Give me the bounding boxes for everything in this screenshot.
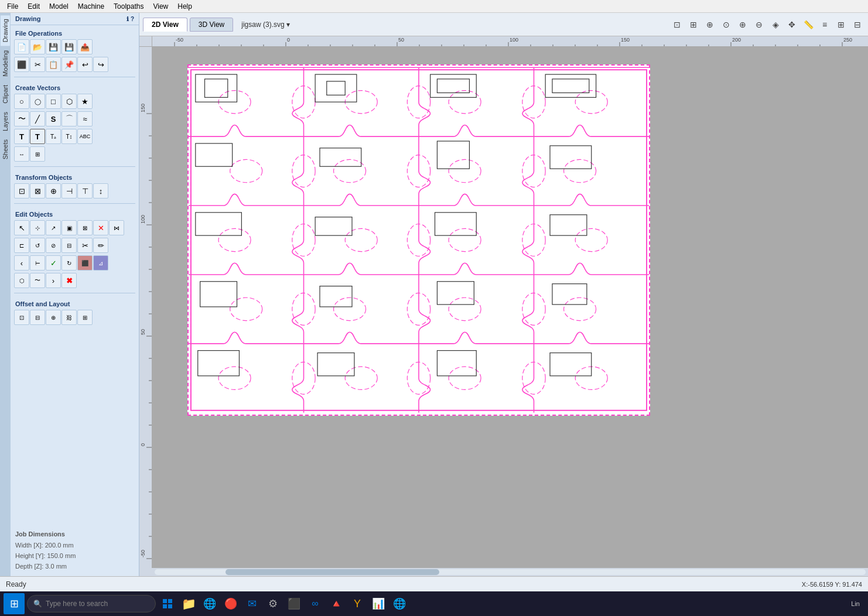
taskbar-file-explorer[interactable]: 📁 xyxy=(179,594,198,613)
btn-scale[interactable]: ⊠ xyxy=(30,183,45,199)
btn-rotate-node[interactable]: ↻ xyxy=(61,255,77,271)
btn-redo[interactable]: ↪ xyxy=(93,57,108,72)
taskbar-red-app[interactable]: 📊 xyxy=(369,594,388,613)
toolbar-icon-zoom-all[interactable]: ⊙ xyxy=(719,18,733,32)
btn-ellipse[interactable]: ◯ xyxy=(30,94,45,109)
toolbar-icon-zoom-in[interactable]: ⊕ xyxy=(736,18,750,32)
btn-node-v[interactable]: ⊢ xyxy=(30,255,45,271)
btn-nesting[interactable]: ⊕ xyxy=(46,310,61,325)
menu-help[interactable]: Help xyxy=(173,1,197,12)
toolbar-icon-zoom-sel[interactable]: ◈ xyxy=(768,18,782,32)
tab-layers[interactable]: Layers xyxy=(1,108,10,135)
btn-angle-l[interactable]: ‹ xyxy=(14,255,29,271)
btn-arc[interactable]: ⌒ xyxy=(61,111,77,126)
btn-polygon2[interactable]: ⬡ xyxy=(14,273,29,288)
btn-offset-in[interactable]: ⊟ xyxy=(30,310,45,325)
btn-dimension[interactable]: ↔ xyxy=(14,146,29,162)
btn-copy[interactable]: 📋 xyxy=(46,57,61,72)
btn-save[interactable]: 💾 xyxy=(46,39,61,54)
menu-model[interactable]: Model xyxy=(45,1,73,12)
jigsaw-drawing[interactable] xyxy=(187,64,650,416)
menu-view[interactable]: View xyxy=(148,1,173,12)
btn-save2[interactable]: 💾 xyxy=(61,39,77,54)
tab-drawing[interactable]: Drawing xyxy=(1,15,10,46)
toolbar-icon-layout2[interactable]: ⊟ xyxy=(850,18,864,32)
btn-transform2[interactable]: ↗ xyxy=(46,220,61,235)
btn-weld[interactable]: ⋈ xyxy=(109,220,124,235)
btn-rotate2[interactable]: ↺ xyxy=(30,238,45,253)
taskbar-vector[interactable]: 🔺 xyxy=(327,594,346,613)
tab-clipart[interactable]: Clipart xyxy=(1,81,10,107)
taskbar-task-view[interactable] xyxy=(158,594,177,613)
btn-circle[interactable]: ○ xyxy=(14,94,29,109)
menu-file[interactable]: File xyxy=(2,1,23,12)
btn-select[interactable]: ↖ xyxy=(14,220,29,235)
btn-open[interactable]: 📂 xyxy=(30,39,45,54)
btn-scissors[interactable]: ✂ xyxy=(77,238,93,253)
btn-line[interactable]: ╱ xyxy=(30,111,45,126)
taskbar-chrome2[interactable]: 🌐 xyxy=(390,594,409,613)
btn-offset-out[interactable]: ⊡ xyxy=(14,310,29,325)
taskbar-green-app[interactable]: ⬛ xyxy=(285,594,303,613)
tab-sheets[interactable]: Sheets xyxy=(1,136,10,163)
tab-modeling[interactable]: Modeling xyxy=(1,47,10,80)
btn-mirror-h[interactable]: ⊣ xyxy=(61,183,77,199)
btn-move[interactable]: ⊡ xyxy=(14,183,29,199)
btn-text-outline[interactable]: T xyxy=(30,129,45,144)
menu-toolpaths[interactable]: Toolpaths xyxy=(109,1,148,12)
toolbar-icon-snap[interactable]: ⊡ xyxy=(670,18,684,32)
menu-edit[interactable]: Edit xyxy=(23,1,45,12)
file-label[interactable]: jigsaw (3).svg ▾ xyxy=(241,20,290,29)
taskbar-infinity[interactable]: ∞ xyxy=(306,594,324,613)
toolbar-icon-origin[interactable]: ⊕ xyxy=(703,18,717,32)
tab-2d-view[interactable]: 2D View xyxy=(143,18,187,32)
btn-table[interactable]: ⊞ xyxy=(30,146,45,162)
btn-trim[interactable]: ⊏ xyxy=(14,238,29,253)
taskbar-edge[interactable]: 🌐 xyxy=(200,594,219,613)
search-box[interactable]: 🔍 Type here to search xyxy=(27,595,156,612)
taskbar-mail[interactable]: ✉ xyxy=(242,594,261,613)
btn-new[interactable]: 📄 xyxy=(14,39,29,54)
canvas-viewport[interactable] xyxy=(152,47,868,568)
btn-virtual[interactable]: ⊘ xyxy=(46,238,61,253)
btn-rotate-center[interactable]: ⊕ xyxy=(46,183,61,199)
taskbar-chrome[interactable]: 🔴 xyxy=(221,594,240,613)
btn-delete[interactable]: ✕ xyxy=(93,220,108,235)
btn-star[interactable]: ★ xyxy=(77,94,93,109)
btn-paint[interactable]: ✏ xyxy=(93,238,108,253)
btn-group[interactable]: ▣ xyxy=(61,220,77,235)
btn-rect[interactable]: □ xyxy=(46,94,61,109)
btn-grid-layout[interactable]: ⊞ xyxy=(77,310,93,325)
btn-wave[interactable]: ≈ xyxy=(77,111,93,126)
btn-text-abc[interactable]: ABC xyxy=(77,129,93,144)
taskbar-settings[interactable]: ⚙ xyxy=(264,594,282,613)
btn-resize[interactable]: ↕ xyxy=(93,183,108,199)
btn-paste[interactable]: 📌 xyxy=(61,57,77,72)
taskbar-app-y[interactable]: Y xyxy=(348,594,367,613)
btn-text[interactable]: T xyxy=(14,129,29,144)
btn-bitmap[interactable]: ⬛ xyxy=(77,255,93,271)
btn-corner2[interactable]: ⊿ xyxy=(93,255,108,271)
btn-polygon[interactable]: ⬡ xyxy=(61,94,77,109)
btn-curve[interactable]: 〜 xyxy=(14,111,29,126)
btn-mirror-v[interactable]: ⊤ xyxy=(77,183,93,199)
btn-cut[interactable]: ✂ xyxy=(30,57,45,72)
btn-angle-r[interactable]: › xyxy=(46,273,61,288)
toolbar-icon-layout1[interactable]: ⊞ xyxy=(834,18,848,32)
toolbar-icon-measure[interactable]: 📏 xyxy=(801,18,815,32)
btn-ungroup[interactable]: ⊠ xyxy=(77,220,93,235)
tab-3d-view[interactable]: 3D View xyxy=(190,18,233,32)
btn-check[interactable]: ✓ xyxy=(46,255,61,271)
toolbar-icon-pan[interactable]: ✥ xyxy=(785,18,799,32)
h-scrollbar[interactable] xyxy=(139,568,868,576)
btn-import[interactable]: ⬛ xyxy=(14,57,29,72)
btn-text-warp[interactable]: T↕ xyxy=(61,129,77,144)
btn-node-edit[interactable]: ⊹ xyxy=(30,220,45,235)
btn-saveas[interactable]: 📤 xyxy=(77,39,93,54)
btn-scurve[interactable]: S xyxy=(46,111,61,126)
toolbar-icon-layers[interactable]: ≡ xyxy=(818,18,832,32)
btn-undo[interactable]: ↩ xyxy=(77,57,93,72)
btn-text-on-path[interactable]: Tₐ xyxy=(46,129,61,144)
toolbar-icon-grid[interactable]: ⊞ xyxy=(686,18,700,32)
btn-chain[interactable]: ⛓ xyxy=(61,310,77,325)
